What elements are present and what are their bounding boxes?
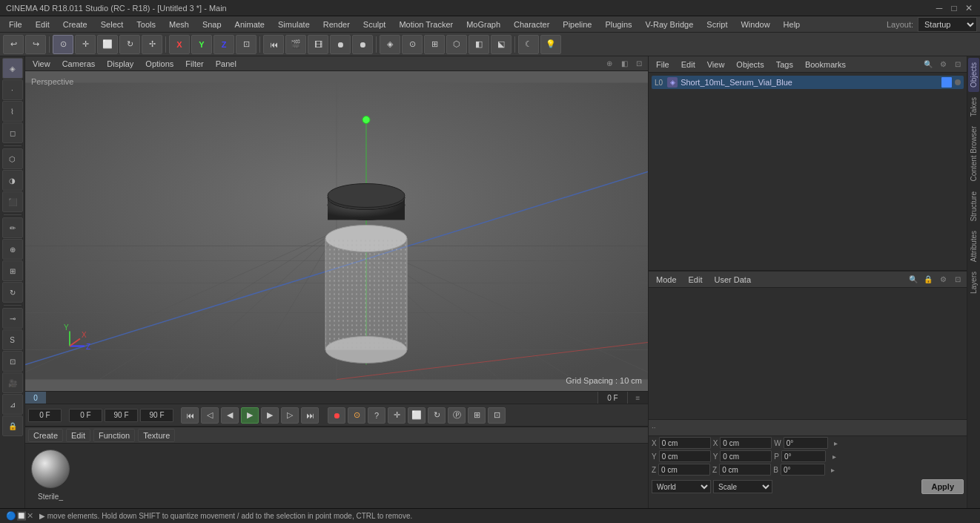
texture-tool-btn[interactable]: ⬛ [2, 191, 23, 212]
mat-edit-btn[interactable]: Edit [66, 429, 90, 442]
y-pos-input[interactable] [659, 450, 711, 462]
frame-current-input[interactable] [69, 409, 102, 422]
attr-menu-edit[interactable]: Edit [684, 274, 707, 286]
x-pos-input[interactable] [659, 437, 711, 449]
vp-expand[interactable]: ⊡ [633, 58, 645, 70]
menu-create[interactable]: Create [57, 19, 93, 30]
attr-search-icon[interactable]: 🔍 [907, 274, 919, 286]
pb-rot-btn[interactable]: ↻ [428, 407, 446, 424]
menu-motion-tracker[interactable]: Motion Tracker [393, 19, 459, 30]
view-tex-btn[interactable]: ◧ [469, 35, 489, 54]
move-tool-btn[interactable]: ⊕ [2, 239, 23, 260]
obj-menu-bookmarks[interactable]: Bookmarks [801, 59, 850, 70]
pb-layer-btn[interactable]: ⬜ [408, 407, 426, 424]
pb-move-btn[interactable]: ✛ [388, 407, 405, 424]
mat-texture-btn[interactable]: Texture [138, 429, 175, 442]
menu-mesh[interactable]: Mesh [163, 19, 195, 30]
pb-next-frame-btn[interactable]: ▷ [281, 407, 299, 424]
obj-expand-icon[interactable]: ⊡ [952, 59, 964, 70]
menu-animate[interactable]: Animate [229, 19, 271, 30]
undo-btn[interactable]: ↩ [3, 35, 24, 54]
vp-menu-cameras[interactable]: Cameras [58, 58, 100, 70]
obj-menu-objects[interactable]: Objects [732, 59, 768, 70]
obj-menu-view[interactable]: View [703, 59, 729, 70]
x2-input[interactable] [720, 437, 772, 449]
p-input[interactable] [781, 450, 826, 462]
menu-script[interactable]: Script [701, 19, 733, 30]
fps-input[interactable] [140, 409, 173, 422]
record-start-btn[interactable]: ⏮ [263, 35, 284, 54]
attr-settings-icon[interactable]: ⚙ [937, 274, 949, 286]
menu-edit[interactable]: Edit [30, 19, 56, 30]
obj-search-icon[interactable]: 🔍 [922, 59, 934, 70]
obj-color-swatch[interactable] [941, 77, 952, 88]
menu-tools[interactable]: Tools [130, 19, 162, 30]
coord-scale-select[interactable]: Scale Size [713, 480, 772, 493]
record2-btn[interactable]: ⏺ [330, 35, 351, 54]
lock-btn[interactable]: 🔒 [2, 415, 23, 436]
axis-y-btn[interactable]: Y [191, 35, 212, 54]
tab-structure[interactable]: Structure [968, 187, 979, 226]
vp-menu-panel[interactable]: Panel [211, 58, 241, 70]
rotate-tool-btn[interactable]: ↻ [2, 282, 23, 303]
pb-help-btn[interactable]: ? [368, 407, 385, 424]
attr-expand-icon[interactable]: ⊡ [952, 274, 964, 286]
record-clapboard-btn[interactable]: 🎬 [285, 35, 306, 54]
timeline-scroll[interactable]: ≡ [627, 392, 648, 404]
object-mode-btn[interactable]: ◈ [2, 58, 23, 79]
vp-menu-display[interactable]: Display [102, 58, 138, 70]
tab-content-browser[interactable]: Content Browser [968, 122, 979, 185]
object-item[interactable]: L0 ◈ Short_10mL_Serum_Vial_Blue [652, 76, 964, 89]
obj-menu-file[interactable]: File [652, 59, 674, 70]
pb-to-start-btn[interactable]: ⏮ [181, 407, 199, 424]
obj-menu-tags[interactable]: Tags [772, 59, 798, 70]
vp-menu-options[interactable]: Options [141, 58, 178, 70]
transform-btn[interactable]: ✢ [142, 35, 162, 54]
menu-mograph[interactable]: MoGraph [460, 19, 506, 30]
view-flat-btn[interactable]: ⊙ [402, 35, 423, 54]
maximize-btn[interactable]: □ [949, 3, 959, 13]
menu-select[interactable]: Select [95, 19, 130, 30]
mat-create-btn[interactable]: Create [28, 429, 63, 442]
attr-lock-icon[interactable]: 🔒 [922, 274, 934, 286]
camera-btn[interactable]: 🎥 [2, 372, 23, 393]
y2-input[interactable] [720, 450, 772, 462]
vp-icon2[interactable]: ◧ [618, 58, 630, 70]
select1-btn[interactable]: S [2, 329, 23, 350]
lights-btn[interactable]: ☾ [518, 35, 539, 54]
axis-x-btn[interactable]: X [169, 35, 190, 54]
edges-mode-btn[interactable]: ⌇ [2, 101, 23, 122]
material-ball[interactable] [31, 450, 70, 488]
menu-pipeline[interactable]: Pipeline [557, 19, 597, 30]
tab-attributes[interactable]: Attributes [968, 226, 979, 266]
axis-z-btn[interactable]: Z [213, 35, 234, 54]
menu-simulate[interactable]: Simulate [272, 19, 316, 30]
apply-button[interactable]: Apply [921, 479, 964, 494]
axis-all-btn[interactable]: ⊡ [236, 35, 256, 54]
menu-snap[interactable]: Snap [196, 19, 228, 30]
pb-to-end-btn[interactable]: ⏭ [301, 407, 319, 424]
view-persp-btn[interactable]: ◈ [380, 35, 400, 54]
floor-btn[interactable]: ⊿ [2, 394, 23, 415]
layout-select[interactable]: Startup [918, 17, 977, 32]
viewport[interactable]: Z Y X Perspective Grid Spacing : 10 cm [25, 71, 648, 391]
pb-prev-frame-btn[interactable]: ◁ [201, 407, 219, 424]
menu-sculpt[interactable]: Sculpt [357, 19, 392, 30]
view-wire-btn[interactable]: ⊞ [424, 35, 445, 54]
pb-anim-btn[interactable]: Ⓟ [448, 407, 466, 424]
obj-visible-dot[interactable] [955, 79, 961, 85]
objects-btn[interactable]: 💡 [540, 35, 561, 54]
menu-plugins[interactable]: Plugins [599, 19, 638, 30]
material-item[interactable]: Sterile_ [28, 447, 73, 501]
attr-menu-userdata[interactable]: User Data [710, 274, 756, 286]
w-input[interactable] [784, 437, 828, 449]
coord-b-arrow[interactable]: ▸ [827, 464, 839, 476]
coord-w-arrow[interactable]: ▸ [830, 437, 842, 449]
menu-character[interactable]: Character [508, 19, 555, 30]
menu-window[interactable]: Window [735, 19, 775, 30]
vp-icon1[interactable]: ⊕ [603, 58, 615, 70]
move-btn[interactable]: ✛ [75, 35, 96, 54]
coord-world-select[interactable]: World Local [652, 480, 711, 493]
scale-btn[interactable]: ⬜ [97, 35, 118, 54]
record3-btn[interactable]: ⏺ [352, 35, 373, 54]
